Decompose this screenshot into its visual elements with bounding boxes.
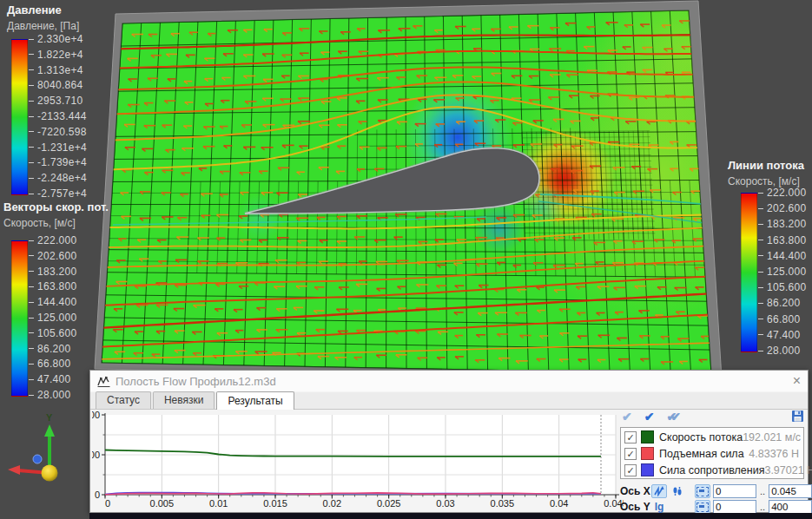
svg-text:200: 200 — [92, 450, 100, 460]
streamline-tick: 163.800 — [758, 235, 806, 246]
results-window-title: Полость Flow Профиль12.m3d — [116, 375, 276, 388]
vector-tick: 183.200 — [29, 266, 76, 277]
markers-mode-button[interactable] — [651, 484, 667, 498]
series-checkbox[interactable]: ✓ — [624, 464, 637, 476]
chart-legend: ✓Скорость потока192.021 м/с✓Подъемная си… — [620, 427, 804, 479]
vector-tick: 163.800 — [29, 281, 76, 292]
streamline-tick: 222.000 — [758, 187, 806, 198]
vector-tick: 47.400 — [29, 374, 71, 384]
vector-tick: 86.200 — [29, 344, 71, 354]
streamline-colorbar — [741, 193, 757, 352]
y-max-input[interactable] — [769, 500, 812, 514]
y-min-input[interactable] — [713, 500, 756, 514]
pressure-tick: 1.822e+4 — [29, 49, 83, 60]
axis-y-label: Ось Y — [620, 501, 651, 513]
pressure-tick: 2.330e+4 — [29, 34, 83, 44]
y-range-separator: .. — [760, 502, 765, 512]
svg-text:0: 0 — [95, 489, 100, 500]
series-value: 3.97021 Н — [764, 464, 812, 476]
close-icon[interactable]: × — [793, 372, 801, 390]
gizmo-y-arrowhead — [44, 424, 55, 437]
series-checkbox[interactable]: ✓ — [624, 448, 637, 460]
streamline-tick: 86.200 — [758, 298, 801, 308]
pressure-tick: -1.739e+4 — [29, 157, 87, 168]
save-icon[interactable] — [791, 410, 804, 423]
streamline-tick: 202.600 — [758, 203, 806, 214]
series-name: Сила сопротивления — [659, 464, 764, 476]
tab-Результаты[interactable]: Результаты — [216, 391, 294, 410]
gizmo-z-axis — [33, 455, 42, 463]
svg-text:0.02: 0.02 — [323, 498, 341, 509]
pressure-legend: Давление Давление, [Па] — [7, 3, 79, 32]
svg-text:0.04: 0.04 — [550, 498, 568, 509]
vector-tick: 144.400 — [29, 297, 76, 307]
gizmo-x-arrowhead — [8, 465, 20, 475]
streamline-legend-units: Скорость, [м/с] — [728, 175, 804, 187]
check-single-pale-icon[interactable]: ✔ — [622, 410, 632, 424]
streamline-tick: 47.400 — [758, 330, 801, 340]
vector-tick: 125.000 — [29, 312, 76, 323]
axis-x-label: Ось X — [620, 485, 651, 497]
series-value: 192.021 м/с — [743, 431, 801, 443]
pressure-tick: -2133.444 — [29, 111, 87, 122]
pressure-tick: 8040.864 — [29, 80, 83, 90]
vector-tick: 105.600 — [29, 328, 76, 338]
streamline-legend: Линии потока Скорость, [м/с] — [728, 159, 804, 187]
pressure-tick: -7220.598 — [29, 127, 87, 137]
svg-text:0: 0 — [105, 498, 110, 509]
svg-text:0.03: 0.03 — [436, 498, 454, 509]
legend-row[interactable]: ✓Скорость потока192.021 м/с — [621, 429, 803, 445]
svg-text:0.035: 0.035 — [491, 498, 515, 509]
check-single-icon[interactable]: ✔ — [644, 410, 655, 424]
orientation-gizmo[interactable]: Y — [4, 404, 91, 499]
series-name: Подъемная сила — [659, 448, 744, 460]
vector-tick: 202.600 — [29, 251, 76, 261]
svg-text:0.015: 0.015 — [263, 498, 287, 509]
fit-y-button[interactable] — [695, 500, 710, 514]
axis-x-controls: Ось X .. — [620, 483, 812, 499]
legend-row[interactable]: ✓Сила сопротивления3.97021 Н — [621, 462, 803, 478]
fit-x-button[interactable] — [695, 484, 710, 498]
vector-tick: 66.800 — [29, 358, 71, 369]
svg-text:0.01: 0.01 — [209, 498, 228, 509]
gizmo-origin — [42, 465, 58, 482]
vector-legend-units: Скорость, [м/с] — [3, 217, 109, 229]
x-min-input[interactable] — [713, 484, 756, 498]
log-scale-button[interactable]: lg — [651, 500, 667, 514]
results-chart[interactable]: 00.0050.010.0150.020.0250.030.0350.040.0… — [92, 409, 624, 514]
tab-Статус[interactable]: Статус — [96, 391, 151, 409]
legend-row[interactable]: ✓Подъемная сила4.83376 Н — [621, 445, 803, 462]
vector-colorbar — [11, 240, 28, 397]
gizmo-y-label: Y — [46, 412, 53, 423]
streamline-tick: 66.800 — [758, 314, 801, 325]
pressure-tick: 2953.710 — [29, 95, 83, 106]
vector-legend-title: Векторы скор. пот. — [3, 200, 109, 214]
window-bottom-edge — [89, 513, 812, 519]
pressure-legend-title: Давление — [7, 3, 79, 16]
trace-steps-button[interactable] — [670, 484, 685, 498]
streamline-tick: 28.000 — [758, 345, 801, 356]
pressure-colorbar — [11, 39, 28, 195]
pressure-legend-units: Давление, [Па] — [7, 20, 79, 32]
streamline-tick: 144.400 — [758, 251, 806, 261]
results-tabbar: СтатусНевязкиРезультаты — [90, 392, 808, 410]
series-visibility-toolbar: ✔ ✔ ✔✔ — [622, 409, 675, 424]
results-window: Полость Flow Профиль12.m3d × СтатусНевяз… — [89, 370, 809, 513]
x-max-input[interactable] — [769, 484, 812, 498]
svg-text:400: 400 — [92, 410, 100, 420]
series-name: Скорость потока — [659, 431, 743, 443]
results-window-titlebar[interactable]: Полость Flow Профиль12.m3d × — [90, 371, 808, 391]
chart-side-panel: ✔ ✔ ✔✔ ✓Скорость потока192.021 м/с✓Подъе… — [618, 409, 806, 511]
vector-tick: 28.000 — [29, 390, 71, 400]
series-checkbox[interactable]: ✓ — [624, 431, 637, 443]
tab-Невязки[interactable]: Невязки — [153, 391, 215, 409]
series-swatch — [641, 430, 654, 443]
pressure-tick: -1.231e+4 — [29, 142, 87, 153]
chart-window-icon — [97, 376, 110, 387]
series-swatch — [641, 463, 654, 476]
series-value: 4.83376 Н — [749, 448, 799, 460]
streamline-tick: 125.000 — [758, 266, 806, 277]
svg-text:0.005: 0.005 — [150, 498, 175, 509]
streamline-legend-title: Линии потока — [728, 159, 804, 172]
check-double-icon[interactable]: ✔✔ — [666, 410, 674, 424]
